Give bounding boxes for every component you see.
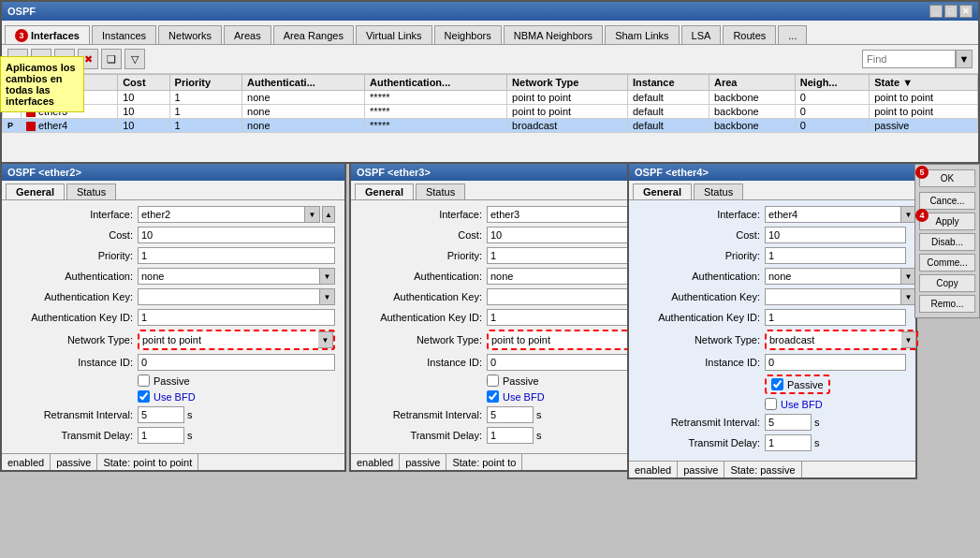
close-button[interactable]: ✕ [959,5,973,18]
ether3-tab-general[interactable]: General [355,184,414,199]
tab-networks[interactable]: Networks [158,25,222,44]
ether4-priority-input[interactable] [765,247,906,264]
ether2-authkey-dropdown[interactable]: ▼ [320,288,335,305]
ether2-passive-checkbox[interactable] [138,374,150,387]
cell-state: point to point [870,91,978,105]
col-auth2[interactable]: Authentication... [365,75,507,91]
copy-button[interactable]: ❑ [101,49,122,69]
ether2-priority-input[interactable] [138,247,335,264]
table-row-selected[interactable]: P ether4 10 1 none ***** broadcast defau… [3,119,978,133]
ether2-networktype-input[interactable] [139,331,318,348]
find-box: ▼ [862,50,973,68]
copy-right-button[interactable]: Copy [919,274,975,292]
ether4-window: OSPF <ether4> General Status Interface: … [627,162,917,479]
ether4-tab-status[interactable]: Status [694,184,743,199]
table-row[interactable]: ether3 10 1 none ***** point to point de… [3,105,978,119]
ether2-authkey-label: Authentication Key: [11,291,133,302]
ether2-auth-row: Authentication: ▼ [11,268,335,285]
ether4-auth-input[interactable] [765,268,901,285]
tab-lsa[interactable]: LSA [681,25,722,44]
ether4-networktype-row: Network Type: ▼ [638,330,906,350]
ether2-interface-dropdown[interactable]: ▼ [305,206,320,223]
maximize-button[interactable]: □ [944,5,958,18]
col-neigh[interactable]: Neigh... [795,75,869,91]
ether3-transmitdelay-input[interactable] [487,427,534,444]
col-cost[interactable]: Cost [118,75,169,91]
filter-button[interactable]: ▽ [124,49,145,69]
tab-areas[interactable]: Areas [224,25,271,44]
ether4-transmitdelay-label: Transmit Delay: [638,437,760,448]
find-dropdown-button[interactable]: ▼ [956,50,973,68]
ether4-transmitdelay-input[interactable] [765,434,812,451]
row-indicator: P [3,119,22,133]
ether2-bfd-label: Use BFD [154,391,196,403]
ether2-authkeyid-row: Authentication Key ID: [11,309,335,326]
ether2-authkeyid-input[interactable] [138,309,335,326]
col-auth[interactable]: Authenticati... [242,75,365,91]
ether2-tab-general[interactable]: General [6,184,65,199]
comment-button[interactable]: Comme... [919,254,975,272]
ether2-authkey-input[interactable] [138,288,320,305]
ether2-interface-label: Interface: [11,209,133,220]
ether2-auth-input[interactable] [138,268,320,285]
ether2-bfd-checkbox[interactable] [138,390,150,403]
ether4-authkey-input[interactable] [765,288,901,305]
ether4-auth-label: Authentication: [638,271,760,282]
cancel-button[interactable]: Cance... [919,192,975,210]
ether4-interface-input[interactable] [765,206,901,223]
ether4-cost-input[interactable] [765,227,906,243]
ether3-bfd-checkbox[interactable] [487,390,499,403]
find-input[interactable] [862,50,956,68]
tab-instances[interactable]: Instances [92,25,156,44]
ether2-authkey-row: Authentication Key: ▼ [11,288,335,305]
col-state[interactable]: State ▼ [870,75,978,91]
ether4-passive-checkbox[interactable] [771,378,783,390]
col-priority[interactable]: Priority [169,75,241,91]
col-instance[interactable]: Instance [627,75,709,91]
ether2-passive-label: Passive [154,375,190,387]
ether3-passive-checkbox[interactable] [487,374,499,387]
ether4-networktype-input[interactable] [767,331,901,348]
remove-right-button[interactable]: Remo... [919,295,975,313]
ether4-instanceid-input[interactable] [765,354,906,371]
table-row[interactable]: ether2 10 1 none ***** point to point de… [3,91,978,105]
ether2-auth-dropdown[interactable]: ▼ [320,268,335,285]
ether3-priority-label: Priority: [360,250,482,261]
ether2-instanceid-input[interactable] [138,354,335,371]
col-area[interactable]: Area [709,75,795,91]
ether2-tab-status[interactable]: Status [66,184,116,199]
ether2-transmitdelay-input[interactable] [138,427,184,444]
ether4-bfd-checkbox[interactable] [765,398,777,410]
tab-virtual-links[interactable]: Virtual Links [356,25,432,44]
tab-nbma-neighbors[interactable]: NBMA Neighbors [504,25,603,44]
minimize-button[interactable]: _ [929,5,943,18]
ether2-interface-field: ▼ ▲ [138,206,335,223]
ether4-tab-general[interactable]: General [633,184,692,199]
tab-routes[interactable]: Routes [723,25,776,44]
tab-sham-links[interactable]: Sham Links [605,25,679,44]
tab-interfaces[interactable]: 3 Interfaces [5,25,90,44]
ether3-cost-label: Cost: [360,229,482,241]
col-network-type[interactable]: Network Type [507,75,628,91]
tab-area-ranges[interactable]: Area Ranges [273,25,354,44]
ether2-cost-input[interactable] [138,227,335,243]
ether3-passive-label: Passive [503,375,539,387]
ether4-authkeyid-input[interactable] [765,309,906,326]
ether2-retransmit-input[interactable] [138,406,184,423]
tab-neighbors[interactable]: Neighbors [434,25,502,44]
ether4-retransmit-unit: s [814,417,820,428]
disable-button[interactable]: Disab... [919,233,975,251]
ether4-title: OSPF <ether4> [635,167,709,178]
ether2-networktype-dropdown[interactable]: ▼ [318,331,333,348]
ether3-tab-status[interactable]: Status [416,184,465,199]
ether4-retransmit-input[interactable] [765,414,812,431]
ether2-interface-scroll[interactable]: ▲ [322,206,335,223]
ether4-networktype-label: Network Type: [638,334,760,345]
ether2-retransmit-label: Retransmit Interval: [11,409,133,420]
cell-cost: 10 [118,119,169,133]
ether2-interface-input[interactable] [138,206,305,223]
tab-more[interactable]: ... [778,25,807,44]
ether3-retransmit-input[interactable] [487,406,534,423]
ether4-networktype-dropdown[interactable]: ▼ [901,331,916,348]
cell-auth: none [242,119,365,133]
